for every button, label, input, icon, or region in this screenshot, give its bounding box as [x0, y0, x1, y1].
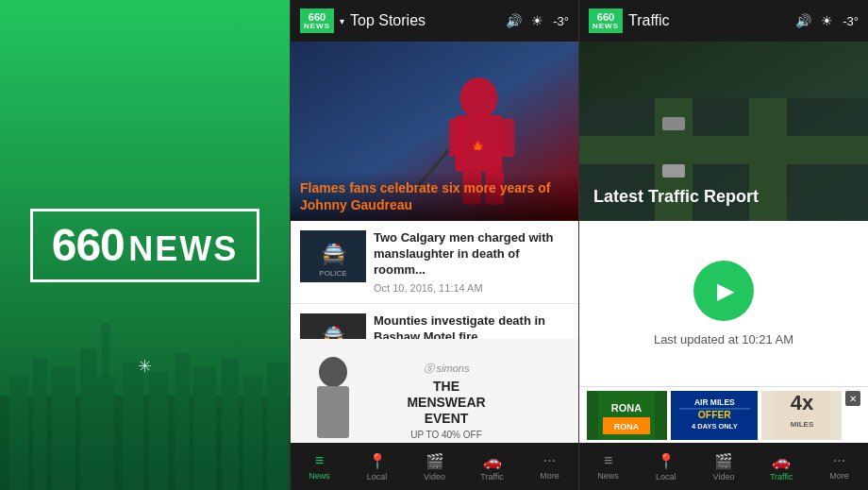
news-logo: 660 NEWS [300, 8, 334, 34]
t-news-icon: ≡ [604, 452, 612, 469]
news-nav-icon: ≡ [315, 452, 324, 469]
svg-text:🚔: 🚔 [321, 241, 347, 266]
traffic-nav-news[interactable]: ≡ News [579, 443, 637, 490]
ad-banner[interactable]: ⓢ simons THE MENSWEAR EVENT UP TO 40% OF… [291, 339, 578, 443]
news-hero[interactable]: 🍁 Flames fans celebrate six more years o… [291, 42, 578, 221]
x4-miles-ad[interactable]: 4x MILES [761, 391, 842, 440]
svg-rect-10 [175, 353, 190, 490]
splash-logo-box: 660 NEWS [30, 209, 260, 282]
news-item-content-1: Two Calgary men charged with manslaughte… [374, 230, 569, 294]
play-icon: ▶ [717, 278, 734, 304]
t-nav-label-video: Video [713, 472, 735, 482]
svg-rect-11 [193, 367, 216, 490]
svg-rect-3 [52, 367, 75, 490]
svg-text:RONA: RONA [614, 422, 640, 431]
t-nav-label-more: More [829, 471, 849, 481]
t-traffic-icon: 🚗 [772, 452, 791, 470]
traffic-video-area[interactable]: Latest Traffic Report [579, 42, 868, 221]
play-button[interactable]: ▶ [693, 261, 754, 321]
svg-text:MENSWEAR: MENSWEAR [407, 395, 485, 410]
hero-caption: Flames fans celebrate six more years of … [291, 172, 578, 221]
traffic-content: ▶ Last updated at 10:21 AM [579, 221, 868, 386]
nav-item-more[interactable]: ··· More [521, 443, 578, 490]
traffic-bottom-nav: ≡ News 📍 Local 🎬 Video 🚗 Traffic ··· Mor… [579, 443, 868, 490]
nav-label-news: News [309, 471, 330, 481]
svg-text:4 DAYS ONLY: 4 DAYS ONLY [692, 422, 738, 431]
last-updated: Last updated at 10:21 AM [654, 332, 793, 346]
news-panel: 660 NEWS ▾ Top Stories 🔊 ☀ -3° [290, 0, 578, 490]
news-item-title-1: Two Calgary men charged with manslaughte… [374, 230, 569, 279]
volume-icon[interactable]: 🔊 [506, 13, 522, 28]
svg-rect-19 [501, 119, 514, 157]
traffic-nav-icon: 🚗 [483, 452, 502, 470]
rona-ad[interactable]: RONA RONA [587, 391, 667, 440]
svg-text:RONA: RONA [611, 402, 642, 414]
close-ad-button[interactable]: ✕ [845, 391, 860, 406]
news-header: 660 NEWS ▾ Top Stories 🔊 ☀ -3° [291, 0, 578, 42]
traffic-volume-icon[interactable]: 🔊 [795, 13, 811, 28]
temperature-display: -3° [553, 14, 569, 28]
traffic-brightness-icon[interactable]: ☀ [821, 13, 833, 28]
traffic-logo-text: NEWS [593, 23, 619, 31]
svg-text:🚔: 🚔 [322, 324, 345, 339]
traffic-header-icons: 🔊 ☀ -3° [795, 13, 859, 28]
svg-rect-45 [579, 136, 868, 164]
svg-text:4x: 4x [790, 391, 813, 414]
nav-item-video[interactable]: 🎬 Video [406, 443, 463, 490]
traffic-header: 660 NEWS Traffic 🔊 ☀ -3° [579, 0, 868, 42]
svg-rect-2 [33, 358, 47, 490]
news-item-2[interactable]: 🚔 RCMP·GRC Mounties investigate death in… [291, 304, 578, 339]
splash-logo-number: 660 [52, 220, 125, 270]
t-more-icon: ··· [833, 452, 845, 469]
t-nav-label-local: Local [656, 472, 676, 482]
traffic-nav-video[interactable]: 🎬 Video [694, 443, 752, 490]
nav-item-traffic[interactable]: 🚗 Traffic [463, 443, 521, 490]
nav-label-more: More [540, 471, 559, 481]
nav-label-video: Video [424, 472, 445, 482]
brightness-icon[interactable]: ☀ [531, 13, 543, 28]
svg-rect-1 [9, 377, 28, 490]
svg-rect-42 [662, 117, 685, 130]
t-local-icon: 📍 [657, 452, 676, 470]
traffic-panel: 660 NEWS Traffic 🔊 ☀ -3° [578, 0, 868, 490]
svg-text:AIR MILES: AIR MILES [694, 397, 735, 406]
svg-rect-18 [448, 119, 461, 157]
news-header-title: Top Stories [350, 12, 500, 29]
t-nav-label-traffic: Traffic [770, 472, 793, 482]
news-logo-number: 660 [304, 11, 330, 23]
svg-rect-4 [80, 348, 97, 490]
news-list: 🚔 POLICE Two Calgary men charged with ma… [291, 221, 578, 339]
svg-rect-14 [267, 363, 288, 490]
nav-item-local[interactable]: 📍 Local [348, 443, 406, 490]
loading-spinner: ✳ [138, 356, 152, 377]
svg-rect-32 [317, 386, 349, 438]
svg-rect-7 [97, 377, 114, 490]
traffic-logo: 660 NEWS [589, 8, 623, 34]
svg-rect-44 [662, 164, 685, 177]
traffic-nav-traffic[interactable]: 🚗 Traffic [753, 443, 810, 490]
svg-text:ⓢ simons: ⓢ simons [424, 363, 470, 374]
news-item[interactable]: 🚔 POLICE Two Calgary men charged with ma… [291, 221, 578, 304]
news-item-time-1: Oct 10, 2016, 11:14 AM [374, 282, 569, 294]
news-thumb-1: 🚔 POLICE [300, 230, 366, 282]
svg-rect-0 [0, 396, 290, 490]
svg-point-31 [319, 357, 347, 387]
traffic-nav-local[interactable]: 📍 Local [637, 443, 694, 490]
svg-text:THE: THE [433, 379, 459, 394]
news-logo-text: NEWS [304, 23, 330, 31]
svg-text:🍁: 🍁 [471, 139, 485, 153]
svg-text:POLICE: POLICE [319, 269, 346, 278]
traffic-ad-area: RONA RONA AIR MILES OFFER 4 DAYS ONLY 4x… [579, 386, 868, 443]
traffic-nav-more[interactable]: ··· More [810, 443, 868, 490]
airmiles-ad[interactable]: AIR MILES OFFER 4 DAYS ONLY [671, 391, 759, 440]
svg-rect-8 [123, 363, 143, 490]
rcmp-thumb: 🚔 RCMP·GRC [300, 313, 366, 339]
svg-point-16 [459, 77, 497, 119]
svg-point-6 [101, 323, 110, 332]
nav-label-traffic: Traffic [480, 472, 504, 482]
nav-item-news[interactable]: ≡ News [291, 443, 348, 490]
t-video-icon: 🎬 [714, 452, 733, 470]
dropdown-arrow-icon[interactable]: ▾ [340, 16, 344, 26]
svg-rect-9 [149, 372, 168, 490]
more-nav-icon: ··· [543, 452, 556, 469]
